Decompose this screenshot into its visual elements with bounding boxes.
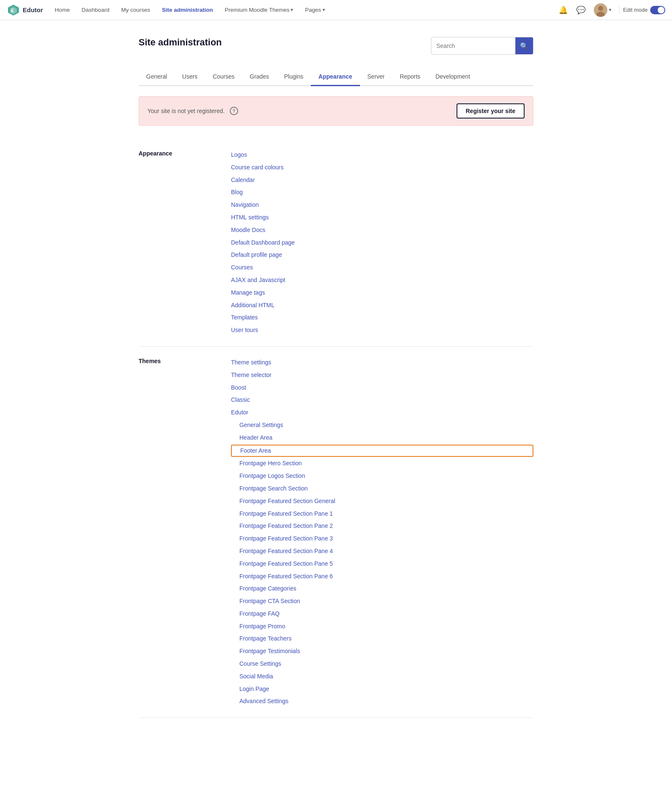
link-blog[interactable]: Blog (231, 187, 533, 198)
nav-premium-themes[interactable]: Premium Moodle Themes ▾ (220, 3, 298, 16)
link-frontpage-cta[interactable]: Frontpage CTA Section (231, 596, 533, 607)
avatar-image (594, 3, 607, 17)
themes-section: Themes Theme settings Theme selector Boo… (139, 347, 533, 718)
tabs-bar: General Users Courses Grades Plugins App… (139, 68, 533, 86)
avatar (594, 3, 607, 17)
link-user-tours[interactable]: User tours (231, 324, 533, 336)
link-frontpage-featured-general[interactable]: Frontpage Featured Section General (231, 496, 533, 507)
themes-links: Theme settings Theme selector Boost Clas… (231, 357, 533, 707)
link-frontpage-logos[interactable]: Frontpage Logos Section (231, 470, 533, 482)
section-label-appearance: Appearance (139, 149, 231, 336)
link-default-dashboard[interactable]: Default Dashboard page (231, 237, 533, 249)
register-site-button[interactable]: Register your site (457, 103, 525, 119)
link-general-settings[interactable]: General Settings (231, 419, 533, 431)
search-icon: 🔍 (520, 42, 528, 50)
chevron-down-icon: ▾ (291, 7, 293, 13)
link-manage-tags[interactable]: Manage tags (231, 287, 533, 299)
link-frontpage-faq[interactable]: Frontpage FAQ (231, 608, 533, 620)
link-moodle-docs[interactable]: Moodle Docs (231, 224, 533, 236)
nav-pages[interactable]: Pages ▾ (300, 3, 330, 16)
logo-icon: E (7, 3, 20, 17)
tab-users[interactable]: Users (175, 68, 205, 86)
tab-server[interactable]: Server (360, 68, 392, 86)
edit-mode-label: Edit mode (623, 7, 648, 13)
tab-appearance[interactable]: Appearance (311, 68, 360, 86)
link-frontpage-promo[interactable]: Frontpage Promo (231, 621, 533, 633)
search-box: 🔍 (431, 37, 533, 55)
link-theme-settings[interactable]: Theme settings (231, 357, 533, 369)
page-content: Site administration 🔍 General Users Cour… (130, 20, 542, 743)
appearance-section: Appearance Logos Course card colours Cal… (139, 139, 533, 347)
nav-icons-group: 🔔 💬 ▾ Edit mode (556, 2, 665, 18)
tab-grades[interactable]: Grades (242, 68, 277, 86)
help-icon[interactable]: ? (230, 107, 238, 115)
link-frontpage-categories[interactable]: Frontpage Categories (231, 583, 533, 595)
link-course-card-colours[interactable]: Course card colours (231, 162, 533, 174)
link-classic[interactable]: Classic (231, 394, 533, 406)
link-advanced-settings[interactable]: Advanced Settings (231, 696, 533, 707)
chevron-down-icon: ▾ (609, 7, 612, 13)
alert-banner: Your site is not yet registered. ? Regis… (139, 96, 533, 126)
link-boost[interactable]: Boost (231, 382, 533, 394)
link-calendar[interactable]: Calendar (231, 174, 533, 186)
link-frontpage-hero[interactable]: Frontpage Hero Section (231, 458, 533, 469)
link-login-page[interactable]: Login Page (231, 683, 533, 695)
tab-general[interactable]: General (139, 68, 175, 86)
link-frontpage-featured-pane2[interactable]: Frontpage Featured Section Pane 2 (231, 520, 533, 532)
svg-text:E: E (11, 8, 14, 13)
link-header-area[interactable]: Header Area (231, 432, 533, 444)
tab-plugins[interactable]: Plugins (276, 68, 311, 86)
link-frontpage-teachers[interactable]: Frontpage Teachers (231, 633, 533, 645)
link-course-settings[interactable]: Course Settings (231, 658, 533, 670)
link-frontpage-testimonials[interactable]: Frontpage Testimonials (231, 646, 533, 657)
link-frontpage-featured-pane3[interactable]: Frontpage Featured Section Pane 3 (231, 533, 533, 545)
link-frontpage-search[interactable]: Frontpage Search Section (231, 483, 533, 495)
link-ajax-javascript[interactable]: AJAX and Javascript (231, 274, 533, 286)
link-logos[interactable]: Logos (231, 149, 533, 161)
link-theme-selector[interactable]: Theme selector (231, 369, 533, 381)
link-frontpage-featured-pane6[interactable]: Frontpage Featured Section Pane 6 (231, 571, 533, 583)
top-navigation: E Edutor Home Dashboard My courses Site … (0, 0, 672, 20)
tab-development[interactable]: Development (428, 68, 478, 86)
nav-dashboard[interactable]: Dashboard (76, 3, 114, 16)
nav-my-courses[interactable]: My courses (116, 3, 155, 16)
appearance-links: Logos Course card colours Calendar Blog … (231, 149, 533, 336)
svg-point-4 (598, 6, 603, 11)
link-frontpage-featured-pane4[interactable]: Frontpage Featured Section Pane 4 (231, 546, 533, 557)
nav-home[interactable]: Home (50, 3, 75, 16)
chevron-down-icon: ▾ (323, 7, 325, 13)
link-frontpage-featured-pane1[interactable]: Frontpage Featured Section Pane 1 (231, 508, 533, 520)
link-html-settings[interactable]: HTML settings (231, 212, 533, 224)
bell-icon: 🔔 (559, 6, 568, 14)
search-input[interactable] (431, 42, 515, 49)
link-additional-html[interactable]: Additional HTML (231, 300, 533, 311)
edit-mode-toggle[interactable] (650, 6, 665, 14)
user-menu[interactable]: ▾ (591, 2, 614, 18)
link-templates[interactable]: Templates (231, 312, 533, 324)
link-edutor[interactable]: Edutor (231, 407, 533, 419)
page-title: Site administration (139, 37, 222, 48)
link-frontpage-featured-pane5[interactable]: Frontpage Featured Section Pane 5 (231, 558, 533, 570)
messages-button[interactable]: 💬 (574, 4, 588, 16)
logo-link[interactable]: E Edutor (7, 3, 43, 17)
link-social-media[interactable]: Social Media (231, 671, 533, 683)
link-courses[interactable]: Courses (231, 262, 533, 274)
logo-text: Edutor (23, 6, 43, 13)
tab-reports[interactable]: Reports (392, 68, 428, 86)
edit-mode-control: Edit mode (619, 6, 665, 14)
chat-icon: 💬 (576, 6, 585, 14)
page-header: Site administration 🔍 (139, 37, 533, 55)
alert-message: Your site is not yet registered. (147, 108, 225, 114)
link-navigation[interactable]: Navigation (231, 199, 533, 211)
notifications-button[interactable]: 🔔 (556, 4, 570, 16)
section-label-themes: Themes (139, 357, 231, 707)
tab-courses[interactable]: Courses (205, 68, 242, 86)
link-default-profile[interactable]: Default profile page (231, 249, 533, 261)
link-footer-area[interactable]: Footer Area (231, 445, 533, 457)
search-button[interactable]: 🔍 (515, 37, 533, 55)
nav-site-administration[interactable]: Site administration (157, 3, 218, 16)
